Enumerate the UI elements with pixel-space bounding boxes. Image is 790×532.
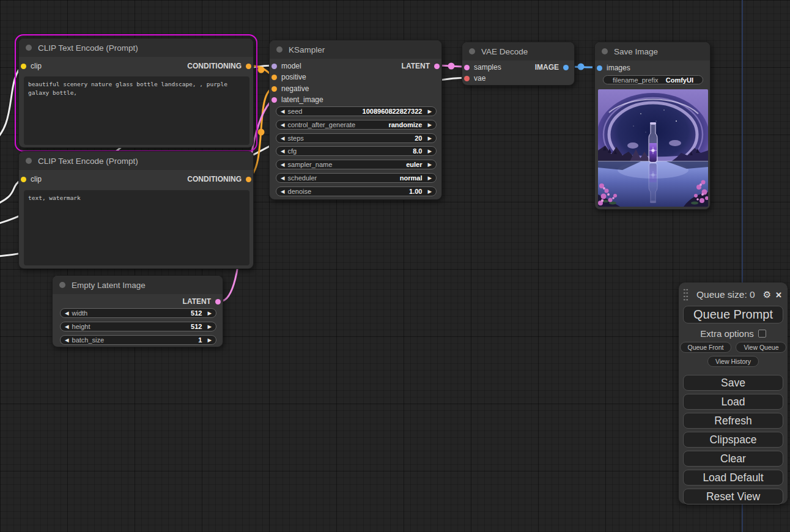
queue-front-button[interactable]: Queue Front <box>680 342 732 353</box>
widget-height[interactable]: ◀ height 512 ▶ <box>60 322 216 331</box>
decrement-arrow-icon[interactable]: ◀ <box>65 311 69 316</box>
widget-scheduler[interactable]: ◀ scheduler normal ▶ <box>276 173 437 183</box>
collapse-dot-icon[interactable] <box>59 282 65 288</box>
widget-steps[interactable]: ◀ steps 20 ▶ <box>276 133 437 143</box>
node-titlebar[interactable]: VAE Decode <box>462 42 574 61</box>
increment-arrow-icon[interactable]: ▶ <box>427 136 432 141</box>
clipspace-button[interactable]: Clipspace <box>683 432 783 448</box>
slot-dot-icon[interactable] <box>271 75 277 80</box>
close-icon[interactable]: ✕ <box>771 290 782 300</box>
input-slot-latent-image[interactable]: latent_image <box>271 94 323 105</box>
slot-dot-icon[interactable] <box>271 64 277 69</box>
increment-arrow-icon[interactable]: ▶ <box>427 109 432 114</box>
queue-prompt-button[interactable]: Queue Prompt <box>683 306 783 323</box>
drag-handle-icon[interactable] <box>683 288 688 301</box>
slot-dot-icon[interactable] <box>563 65 569 70</box>
link-dot-negative[interactable] <box>258 129 265 136</box>
output-slot-conditioning[interactable]: CONDITIONING <box>187 61 251 72</box>
slot-dot-icon[interactable] <box>434 64 440 69</box>
increment-arrow-icon[interactable]: ▶ <box>427 189 432 194</box>
load-button[interactable]: Load <box>683 394 783 410</box>
widget-control-after-generate[interactable]: ◀ control_after_generate randomize ▶ <box>276 120 437 130</box>
collapse-dot-icon[interactable] <box>26 45 32 51</box>
input-slot-positive[interactable]: positive <box>271 72 306 83</box>
decrement-arrow-icon[interactable]: ◀ <box>281 136 285 141</box>
input-slot-vae[interactable]: vae <box>464 73 485 84</box>
link-dot-image[interactable] <box>578 64 585 70</box>
increment-arrow-icon[interactable]: ▶ <box>427 175 432 181</box>
increment-arrow-icon[interactable]: ▶ <box>427 149 432 154</box>
view-queue-button[interactable]: View Queue <box>736 342 786 353</box>
decrement-arrow-icon[interactable]: ◀ <box>281 189 285 194</box>
collapse-dot-icon[interactable] <box>602 48 608 54</box>
node-titlebar[interactable]: Save Image <box>595 42 710 61</box>
increment-arrow-icon[interactable]: ▶ <box>207 324 212 330</box>
positive-prompt-textarea[interactable]: beautiful scenery nature glass bottle la… <box>24 76 249 145</box>
slot-dot-icon[interactable] <box>21 64 26 69</box>
widget-seed[interactable]: ◀ seed 1008960822827322 ▶ <box>276 106 437 116</box>
node-ksampler[interactable]: KSampler model positive negative latent_… <box>269 40 442 200</box>
input-slot-clip[interactable]: clip <box>21 61 42 72</box>
save-button[interactable]: Save <box>683 375 783 391</box>
increment-arrow-icon[interactable]: ▶ <box>207 311 212 316</box>
slot-dot-icon[interactable] <box>464 65 470 70</box>
node-clip-text-encode-positive[interactable]: CLIP Text Encode (Prompt) clip CONDITION… <box>18 38 254 148</box>
node-titlebar[interactable]: Empty Latent Image <box>53 276 223 294</box>
generated-image-preview[interactable] <box>598 89 708 207</box>
decrement-arrow-icon[interactable]: ◀ <box>281 109 285 114</box>
slot-dot-icon[interactable] <box>246 64 251 69</box>
widget-width[interactable]: ◀ width 512 ▶ <box>60 308 216 318</box>
node-titlebar[interactable]: KSampler <box>270 40 441 59</box>
reset-view-button[interactable]: Reset View <box>683 489 783 504</box>
view-history-button[interactable]: View History <box>707 356 759 367</box>
output-slot-latent[interactable]: LATENT <box>183 296 221 307</box>
extra-options-checkbox[interactable] <box>758 330 766 338</box>
collapse-dot-icon[interactable] <box>26 158 32 164</box>
decrement-arrow-icon[interactable]: ◀ <box>281 162 285 168</box>
load-default-button[interactable]: Load Default <box>683 470 783 486</box>
node-clip-text-encode-negative[interactable]: CLIP Text Encode (Prompt) clip CONDITION… <box>18 151 254 269</box>
input-slot-clip[interactable]: clip <box>21 174 42 185</box>
input-slot-model[interactable]: model <box>271 61 301 72</box>
widget-filename-prefix[interactable]: filename_prefix ComfyUI <box>603 75 703 84</box>
decrement-arrow-icon[interactable]: ◀ <box>65 338 69 343</box>
input-slot-negative[interactable]: negative <box>271 83 309 94</box>
node-titlebar[interactable]: CLIP Text Encode (Prompt) <box>19 39 253 57</box>
output-slot-conditioning[interactable]: CONDITIONING <box>187 174 251 185</box>
decrement-arrow-icon[interactable]: ◀ <box>65 324 69 330</box>
input-slot-samples[interactable]: samples <box>464 62 501 73</box>
comfyui-canvas[interactable]: { "glyphs": { "left_arrow": "◀", "right_… <box>0 0 790 532</box>
node-save-image[interactable]: Save Image images filename_prefix ComfyU… <box>594 42 711 210</box>
slot-dot-icon[interactable] <box>464 76 470 81</box>
widget-cfg[interactable]: ◀ cfg 8.0 ▶ <box>276 146 437 156</box>
increment-arrow-icon[interactable]: ▶ <box>427 162 432 168</box>
slot-dot-icon[interactable] <box>246 177 251 182</box>
increment-arrow-icon[interactable]: ▶ <box>427 122 432 128</box>
slot-dot-icon[interactable] <box>21 177 26 182</box>
increment-arrow-icon[interactable]: ▶ <box>207 338 212 343</box>
node-empty-latent-image[interactable]: Empty Latent Image LATENT ◀ width 512 ▶ … <box>52 275 223 347</box>
node-titlebar[interactable]: CLIP Text Encode (Prompt) <box>19 152 253 170</box>
node-vae-decode[interactable]: VAE Decode samples vae IMAGE <box>462 42 575 86</box>
link-dot-latent[interactable] <box>448 63 455 70</box>
decrement-arrow-icon[interactable]: ◀ <box>281 122 285 128</box>
decrement-arrow-icon[interactable]: ◀ <box>281 149 285 154</box>
refresh-button[interactable]: Refresh <box>683 413 783 429</box>
negative-prompt-textarea[interactable]: text, watermark <box>24 190 249 265</box>
decrement-arrow-icon[interactable]: ◀ <box>281 175 285 181</box>
output-slot-latent[interactable]: LATENT <box>402 61 440 72</box>
collapse-dot-icon[interactable] <box>276 46 282 53</box>
slot-dot-icon[interactable] <box>597 65 602 71</box>
widget-sampler-name[interactable]: ◀ sampler_name euler ▶ <box>276 160 437 169</box>
input-slot-images[interactable]: images <box>597 62 630 73</box>
slot-dot-icon[interactable] <box>215 299 221 305</box>
widget-denoise[interactable]: ◀ denoise 1.00 ▶ <box>276 187 437 196</box>
collapse-dot-icon[interactable] <box>469 48 475 54</box>
output-slot-image[interactable]: IMAGE <box>535 62 572 73</box>
slot-dot-icon[interactable] <box>271 86 277 92</box>
widget-batch-size[interactable]: ◀ batch_size 1 ▶ <box>60 335 216 345</box>
settings-gear-icon[interactable]: ⚙ <box>763 289 771 300</box>
slot-dot-icon[interactable] <box>271 97 277 103</box>
link-dot-positive[interactable] <box>258 67 265 73</box>
clear-button[interactable]: Clear <box>683 451 783 467</box>
